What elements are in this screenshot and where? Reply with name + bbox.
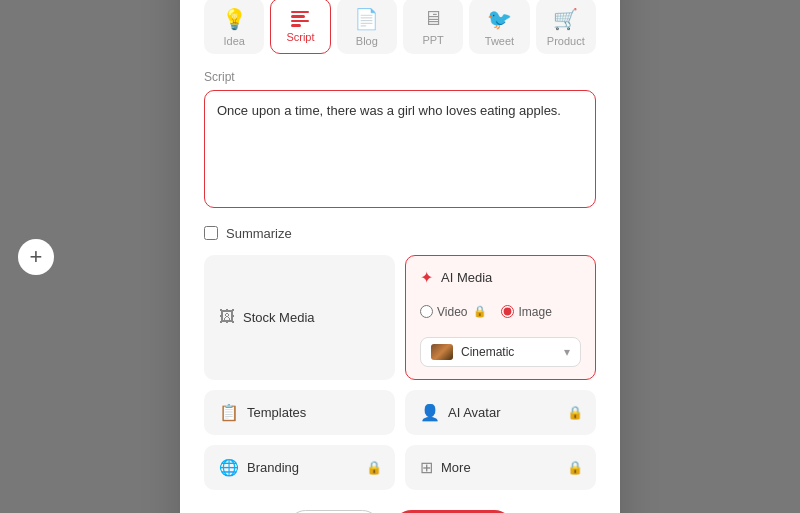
ai-media-radio-row: Video 🔒 Image xyxy=(420,305,552,319)
summarize-checkbox[interactable] xyxy=(204,226,218,240)
ai-avatar-label: AI Avatar xyxy=(448,405,501,420)
templates-label: Templates xyxy=(247,405,306,420)
script-icon xyxy=(291,11,309,27)
summarize-label: Summarize xyxy=(226,226,292,241)
branding-card[interactable]: 🌐 Branding 🔒 xyxy=(204,445,395,490)
branding-lock-icon: 🔒 xyxy=(366,460,382,475)
tab-script[interactable]: Script xyxy=(270,0,330,54)
stock-media-label: Stock Media xyxy=(243,310,315,325)
stock-media-icon: 🖼 xyxy=(219,308,235,326)
ai-media-card[interactable]: ✦ AI Media Video 🔒 Image C xyxy=(405,255,596,380)
tab-script-label: Script xyxy=(286,31,314,43)
tab-blog-label: Blog xyxy=(356,35,378,47)
idea-icon: 💡 xyxy=(222,7,247,31)
video-radio[interactable] xyxy=(420,305,433,318)
close-button[interactable]: Close xyxy=(288,510,379,514)
more-label: More xyxy=(441,460,471,475)
tab-bar: 💡 Idea Script 📄 Blog 🖥 xyxy=(204,0,596,54)
tab-tweet-label: Tweet xyxy=(485,35,514,47)
image-option[interactable]: Image xyxy=(501,305,551,319)
blog-icon: 📄 xyxy=(354,7,379,31)
more-card[interactable]: ⊞ More 🔒 xyxy=(405,445,596,490)
ai-media-header: ✦ AI Media xyxy=(420,268,581,287)
tab-ppt-label: PPT xyxy=(422,34,443,46)
ai-avatar-lock-icon: 🔒 xyxy=(567,405,583,420)
more-icon: ⊞ xyxy=(420,458,433,477)
magic-create-modal: Magic Create 💡 Idea Script 📄 xyxy=(180,0,620,513)
ai-media-icon: ✦ xyxy=(420,268,433,287)
cinematic-thumbnail xyxy=(431,344,453,360)
tab-ppt[interactable]: 🖥 PPT xyxy=(403,0,463,54)
branding-label: Branding xyxy=(247,460,299,475)
tab-idea-label: Idea xyxy=(223,35,244,47)
image-label: Image xyxy=(518,305,551,319)
cards-grid: 🖼 Stock Media ✦ AI Media Video 🔒 xyxy=(204,255,596,490)
stock-media-card[interactable]: 🖼 Stock Media xyxy=(204,255,395,380)
ai-avatar-card[interactable]: 👤 AI Avatar 🔒 xyxy=(405,390,596,435)
style-dropdown[interactable]: Cinematic ▾ xyxy=(420,337,581,367)
tab-idea[interactable]: 💡 Idea xyxy=(204,0,264,54)
video-label: Video xyxy=(437,305,467,319)
script-field-label: Script xyxy=(204,70,596,84)
video-lock-icon: 🔒 xyxy=(473,305,487,318)
style-label: Cinematic xyxy=(461,345,514,359)
tweet-icon: 🐦 xyxy=(487,7,512,31)
more-lock-icon: 🔒 xyxy=(567,460,583,475)
chevron-down-icon: ▾ xyxy=(564,345,570,359)
tab-product[interactable]: 🛒 Product xyxy=(536,0,596,54)
ai-avatar-icon: 👤 xyxy=(420,403,440,422)
modal-footer: Close ✓ Submit xyxy=(204,510,596,514)
ppt-icon: 🖥 xyxy=(423,7,443,30)
video-option[interactable]: Video 🔒 xyxy=(420,305,487,319)
tab-tweet[interactable]: 🐦 Tweet xyxy=(469,0,529,54)
templates-icon: 📋 xyxy=(219,403,239,422)
branding-icon: 🌐 xyxy=(219,458,239,477)
summarize-row: Summarize xyxy=(204,226,596,241)
tab-blog[interactable]: 📄 Blog xyxy=(337,0,397,54)
product-icon: 🛒 xyxy=(553,7,578,31)
image-radio[interactable] xyxy=(501,305,514,318)
ai-media-label: AI Media xyxy=(441,270,492,285)
script-textarea[interactable]: Once upon a time, there was a girl who l… xyxy=(204,90,596,208)
sidebar-add-button[interactable]: + xyxy=(18,239,54,275)
templates-card[interactable]: 📋 Templates xyxy=(204,390,395,435)
submit-button[interactable]: ✓ Submit xyxy=(394,510,512,514)
tab-product-label: Product xyxy=(547,35,585,47)
